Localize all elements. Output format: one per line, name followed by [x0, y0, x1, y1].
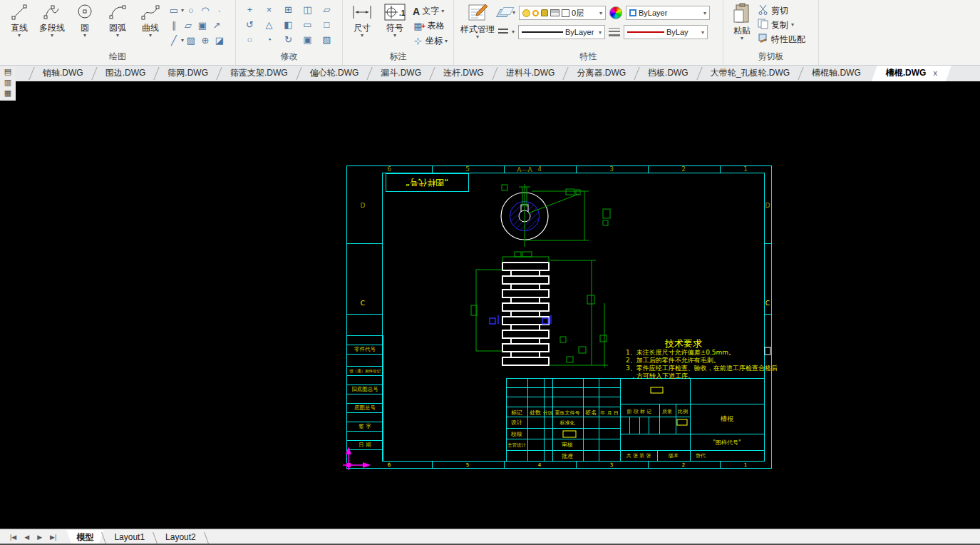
linetype-select[interactable]: ByLayer ▾ [518, 25, 605, 39]
chevron-down-icon[interactable]: ▾ [18, 33, 21, 39]
chevron-down-icon[interactable]: ▾ [361, 33, 363, 39]
first-tab-button[interactable]: |◀ [10, 534, 16, 541]
revision-cloud-icon[interactable]: ◠ [198, 4, 212, 18]
chevron-down-icon[interactable]: ▾ [476, 34, 479, 40]
layer-lock-icon[interactable] [541, 9, 548, 16]
region-tool-icon[interactable]: ▱ [181, 19, 195, 33]
chamfer-tool-icon[interactable]: ◔ [259, 32, 279, 47]
tab-layout2[interactable]: Layout2 [155, 530, 206, 544]
chevron-down-icon[interactable]: ▾ [441, 9, 444, 14]
scale-tool-icon[interactable]: □ [317, 17, 336, 32]
ellipse-tool-icon[interactable]: ○ [184, 4, 198, 18]
chevron-down-icon[interactable]: ▾ [149, 33, 152, 39]
color-select[interactable]: ByLayer ▾ [626, 6, 710, 20]
doc-tab-jinliaodou[interactable]: 进料斗.DWG [495, 66, 566, 81]
doc-tab-dadailun[interactable]: 大带轮_孔板轮.DWG [700, 66, 800, 81]
chevron-down-icon[interactable]: ▾ [599, 10, 602, 16]
clipboard-group-label[interactable]: 剪切板 [723, 51, 818, 63]
doc-tab-liangan[interactable]: 连杆.DWG [433, 66, 495, 81]
rectangle-tool-icon[interactable]: ▭ [167, 4, 181, 18]
match-properties-button[interactable]: 特性匹配 [758, 32, 805, 46]
stretch-tool-icon[interactable]: ◫ [298, 2, 317, 17]
color-wheel-icon[interactable] [609, 6, 622, 19]
layer-plot-icon[interactable] [550, 9, 559, 16]
point-tool-icon[interactable]: · [212, 4, 227, 18]
arrow-tool-icon[interactable]: ↗ [210, 19, 224, 33]
multiline-tool-icon[interactable]: ∥ [167, 19, 181, 33]
close-icon[interactable]: x [933, 68, 937, 77]
block-tool-icon[interactable]: ⊕ [198, 34, 212, 48]
chevron-down-icon[interactable]: ▾ [83, 33, 86, 39]
layer-on-icon[interactable] [522, 9, 530, 17]
chevron-down-icon[interactable]: ▾ [512, 10, 515, 16]
solid-tool-icon[interactable]: ▣ [195, 19, 210, 33]
chevron-down-icon[interactable]: ▾ [701, 29, 704, 36]
table-tool-button[interactable]: ▦ + 表格 [411, 19, 448, 34]
lineweight-icon[interactable] [609, 28, 620, 36]
doc-tab-weibian[interactable]: 围边.DWG [95, 66, 157, 81]
doc-tab-loudou[interactable]: 漏斗.DWG [370, 66, 432, 81]
palette-table-icon[interactable]: ▦ [4, 88, 11, 98]
cut-button[interactable]: 剪切 [758, 4, 805, 18]
arc-button[interactable]: 圆弧 ▾ [101, 1, 134, 39]
annotate-group-label[interactable]: 标注 [343, 51, 453, 63]
paste-button[interactable]: 粘贴 ▾ [726, 1, 758, 41]
linetype-manager-icon[interactable] [498, 29, 508, 36]
layer-select[interactable]: 0层 ▾ [519, 6, 606, 20]
tab-model[interactable]: 模型 [66, 530, 103, 544]
next-tab-button[interactable]: ▶ [37, 534, 42, 541]
chevron-down-icon[interactable]: ▾ [741, 36, 743, 41]
style-manager-button[interactable]: 样式管理 ▾ [457, 1, 498, 40]
layer-states-icon[interactable] [496, 9, 511, 17]
fillet-tool-icon[interactable]: ○ [240, 32, 259, 47]
chevron-down-icon[interactable]: ▾ [116, 33, 119, 39]
chevron-down-icon[interactable]: ▾ [51, 33, 53, 39]
text-tool-button[interactable]: A 文字 ▾ [411, 4, 448, 19]
draw-group-label[interactable]: 绘图 [0, 51, 235, 63]
chevron-down-icon[interactable]: ▾ [599, 29, 602, 36]
rotate-tool-icon[interactable]: ↻ [279, 32, 298, 47]
previous-tab-button[interactable]: ◀ [24, 534, 29, 541]
line-button[interactable]: 直线 ▾ [3, 1, 36, 39]
chevron-down-icon[interactable]: ▾ [393, 33, 396, 39]
hatch-tool-icon[interactable]: ▨ [184, 34, 198, 48]
modify-group-label[interactable]: 修改 [236, 51, 342, 63]
move-tool-icon[interactable]: + [240, 2, 259, 17]
doc-tab-caogun-active[interactable]: 槽棍.DWGx [872, 66, 951, 81]
doc-tab-shaiwang[interactable]: 筛网.DWG [157, 66, 219, 81]
circle-button[interactable]: 圆 ▾ [68, 1, 101, 39]
last-tab-button[interactable]: ▶| [50, 534, 56, 541]
array-tool-icon[interactable]: ⊞ [279, 2, 298, 17]
doc-tab-xiaozhou[interactable]: 销轴.DWG [32, 66, 94, 81]
palette-pin-icon[interactable]: ▤ [4, 66, 11, 77]
dimension-button[interactable]: 尺寸 ▾ [346, 1, 378, 39]
doc-tab-shailanzhijia[interactable]: 筛蓝支架.DWG [220, 66, 299, 81]
properties-group-label[interactable]: 特性 [454, 51, 723, 63]
overlap-tool-icon[interactable]: ▭ [298, 17, 317, 32]
chevron-down-icon[interactable]: ▾ [703, 10, 706, 16]
hatch-edit-tool-icon[interactable]: ▨ [317, 32, 336, 47]
symbol-button[interactable]: .1 符号 ▾ [378, 1, 411, 39]
doc-tab-pianxinlun[interactable]: 偏心轮.DWG [299, 66, 370, 81]
construction-line-icon[interactable]: ╱ [167, 34, 181, 48]
drawing-canvas[interactable]: 6 5 4 3 2 1 6 5 4 3 2 1 D C D C „图样代号“ A… [0, 81, 980, 529]
tab-layout1[interactable]: Layout1 [104, 530, 155, 544]
coordinate-tool-button[interactable]: ⊹ 坐标 ▾ [411, 34, 448, 49]
doc-tab-fenliqi[interactable]: 分离器.DWG [566, 66, 636, 81]
erase-tool-icon[interactable]: ▱ [317, 2, 336, 17]
palette-grid-icon[interactable]: ▥ [4, 77, 11, 88]
copy-tool-icon[interactable]: ↺ [240, 17, 259, 32]
copy-button[interactable]: 复制 ▾ [758, 18, 805, 32]
doc-tab-caogunzhou[interactable]: 槽棍轴.DWG [801, 66, 872, 81]
mirror-tool-icon[interactable]: ◧ [279, 17, 298, 32]
trim-tool-icon[interactable]: × [259, 2, 279, 17]
explode-tool-icon[interactable]: ▣ [298, 32, 317, 47]
lengthen-tool-icon[interactable]: △ [259, 17, 279, 32]
lineweight-select[interactable]: ByLay ▾ [624, 25, 708, 39]
wipeout-tool-icon[interactable]: ◪ [212, 34, 227, 48]
layer-freeze-icon[interactable] [532, 10, 539, 16]
polyline-button[interactable]: 多段线 ▾ [36, 1, 68, 39]
doc-tab-dangban[interactable]: 挡板.DWG [637, 66, 699, 81]
chevron-down-icon[interactable]: ▾ [791, 22, 794, 28]
chevron-down-icon[interactable]: ▾ [512, 29, 515, 35]
